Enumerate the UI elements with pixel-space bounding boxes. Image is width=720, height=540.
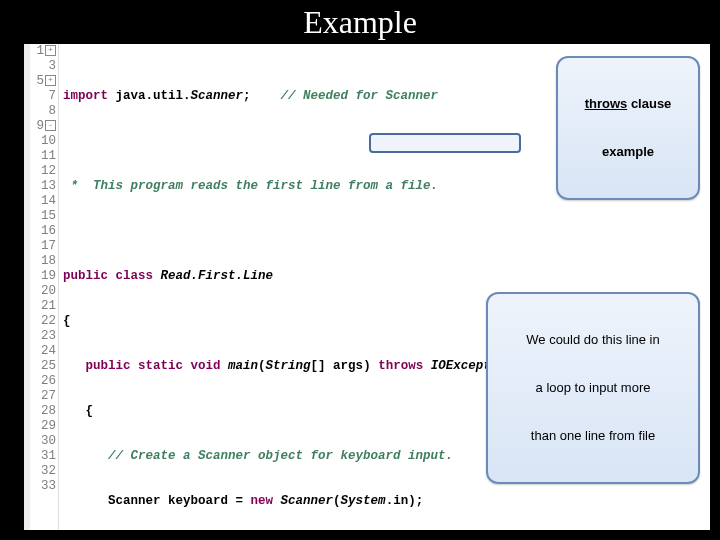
line-number: 20 bbox=[32, 284, 56, 299]
fold-icon[interactable]: + bbox=[45, 45, 56, 56]
line-number-gutter: 1+35+789-1011121314151617181920212223242… bbox=[30, 44, 59, 530]
line-number: 13 bbox=[32, 179, 56, 194]
line-number: 33 bbox=[32, 479, 56, 494]
line-number: 19 bbox=[32, 269, 56, 284]
line-number: 12 bbox=[32, 164, 56, 179]
line-number: 16 bbox=[32, 224, 56, 239]
line-number: 3 bbox=[32, 59, 56, 74]
line-number: 10 bbox=[32, 134, 56, 149]
line-number: 9- bbox=[32, 119, 56, 134]
line-number: 15 bbox=[32, 209, 56, 224]
slide-title: Example bbox=[0, 0, 720, 45]
line-number: 24 bbox=[32, 344, 56, 359]
callout-text: a loop to input more bbox=[498, 380, 688, 396]
line-number: 21 bbox=[32, 299, 56, 314]
line-number: 17 bbox=[32, 239, 56, 254]
code-line: Scanner keyboard = new Scanner(System.in… bbox=[63, 494, 710, 509]
line-number: 14 bbox=[32, 194, 56, 209]
code-editor: 1+35+789-1011121314151617181920212223242… bbox=[24, 44, 710, 530]
line-number: 23 bbox=[32, 329, 56, 344]
fold-icon[interactable]: + bbox=[45, 75, 56, 86]
line-number: 18 bbox=[32, 254, 56, 269]
line-number: 8 bbox=[32, 104, 56, 119]
callout-text: We could do this line in bbox=[498, 332, 688, 348]
line-number: 26 bbox=[32, 374, 56, 389]
line-number: 30 bbox=[32, 434, 56, 449]
line-number: 25 bbox=[32, 359, 56, 374]
line-number: 1+ bbox=[32, 44, 56, 59]
line-number: 32 bbox=[32, 464, 56, 479]
callout-text: than one line from file bbox=[498, 428, 688, 444]
callout-loop-suggestion: We could do this line in a loop to input… bbox=[486, 292, 700, 484]
line-number: 7 bbox=[32, 89, 56, 104]
code-area: import java.util.Scanner; // Needed for … bbox=[59, 44, 710, 530]
line-number: 31 bbox=[32, 449, 56, 464]
line-number: 22 bbox=[32, 314, 56, 329]
line-number: 28 bbox=[32, 404, 56, 419]
callout-throws-clause: throws clause example bbox=[556, 56, 700, 200]
line-number: 11 bbox=[32, 149, 56, 164]
line-number: 29 bbox=[32, 419, 56, 434]
line-number: 5+ bbox=[32, 74, 56, 89]
line-number: 27 bbox=[32, 389, 56, 404]
code-line: public class Read.First.Line bbox=[63, 269, 710, 284]
fold-icon[interactable]: - bbox=[45, 120, 56, 131]
code-line bbox=[63, 224, 710, 239]
